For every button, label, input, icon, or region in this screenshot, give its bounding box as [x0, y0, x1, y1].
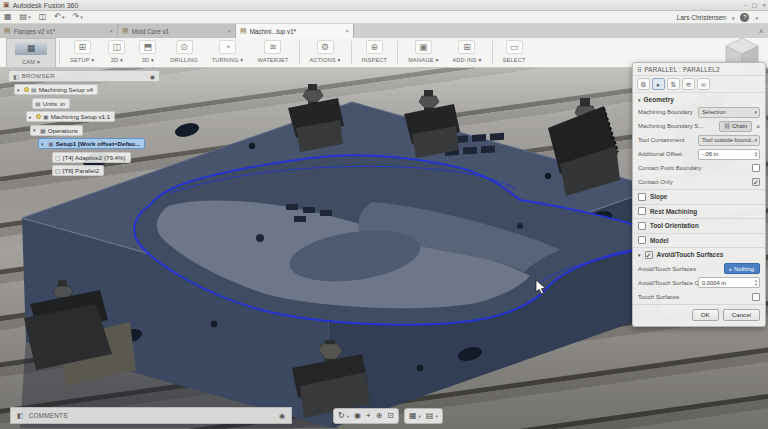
- expand-caret-icon[interactable]: ▾: [41, 141, 46, 147]
- ribbon-manage[interactable]: ▣ MANAGE ▾: [401, 38, 445, 67]
- slope-section[interactable]: Slope: [633, 189, 765, 204]
- tree-item-machining-setup-v1[interactable]: ▸ ▣ Machining Setup v1:1: [26, 111, 115, 122]
- comments-label: COMMENTS: [29, 412, 279, 419]
- chevron-down-icon[interactable]: ▾: [419, 414, 421, 419]
- tab-heights-icon[interactable]: ⇅: [667, 78, 680, 90]
- doc-icon: ▤: [4, 27, 11, 35]
- file-menu-icon[interactable]: ▤▾: [20, 11, 31, 23]
- visibility-bulb-icon[interactable]: [36, 114, 41, 119]
- expand-caret-icon[interactable]: ▸: [29, 114, 34, 120]
- field-label: Tool Containment: [638, 137, 698, 143]
- ribbon-cam[interactable]: ▦ CAM ▾: [6, 38, 56, 67]
- tab-geometry-icon[interactable]: ▸: [652, 78, 665, 90]
- expand-caret-icon[interactable]: ▾: [17, 87, 22, 93]
- help-icon[interactable]: ?: [740, 13, 749, 22]
- look-at-icon[interactable]: ◉: [354, 409, 361, 423]
- save-icon[interactable]: ◫: [39, 11, 47, 23]
- browser-filter-icon[interactable]: ◉: [150, 73, 155, 80]
- tab-close-icon[interactable]: ×: [345, 28, 349, 34]
- user-dropdown-icon[interactable]: ▾: [732, 15, 735, 21]
- spinner-control[interactable]: ▲▼: [754, 279, 758, 286]
- section-title: Rest Machining: [650, 208, 697, 215]
- comments-expand-icon[interactable]: ◉: [279, 412, 285, 420]
- app-title: Autodesk Fusion 360: [13, 2, 79, 9]
- tab-passes-icon[interactable]: ≋: [682, 78, 695, 90]
- tree-item-parallel2[interactable]: ▢ [T8] Parallel2: [52, 165, 104, 176]
- tree-item-label: Units: in: [43, 100, 65, 107]
- pan-icon[interactable]: +: [366, 409, 371, 423]
- tab-flanges[interactable]: ▤ Flanges v2 v1* ×: [0, 24, 118, 38]
- contact-only-checkbox[interactable]: ✓: [752, 178, 760, 186]
- tree-item-setup1[interactable]: ▾ ▣ Setup1 [Work offset=Defau...: [38, 138, 145, 149]
- help-dropdown-icon[interactable]: ▾: [755, 15, 758, 21]
- avoid-surfaces-selection-button[interactable]: ▸ Nothing: [724, 263, 761, 274]
- data-panel-icon[interactable]: ▦: [4, 11, 12, 23]
- display-settings-icon[interactable]: ▦: [409, 409, 417, 423]
- ribbon-turning[interactable]: ◔ TURNING ▾: [205, 38, 251, 67]
- ribbon-waterjet[interactable]: ≋ WATERJET: [250, 38, 295, 67]
- minimize-button[interactable]: –: [743, 0, 746, 10]
- chevron-down-icon[interactable]: ▾: [347, 414, 349, 419]
- tool-orientation-checkbox[interactable]: [638, 222, 646, 230]
- ribbon-setup[interactable]: ⊞ SETUP ▾: [63, 38, 101, 67]
- additional-offset-input[interactable]: -.06 in ▲▼: [698, 149, 760, 160]
- nav-group-display: ▦ ▾ ▤ ▾: [404, 408, 443, 424]
- chain-icon: ⛓: [724, 123, 730, 129]
- slope-checkbox[interactable]: [638, 193, 646, 201]
- tab-close-icon[interactable]: ×: [227, 28, 231, 34]
- ribbon-drilling[interactable]: ⊙ DRILLING: [163, 38, 204, 67]
- cancel-button[interactable]: Cancel: [723, 309, 760, 321]
- tab-machining-setup[interactable]: ▤ Machini...tup v1* ×: [236, 24, 354, 38]
- spinner-control[interactable]: ▲▼: [754, 151, 758, 158]
- tab-close-icon[interactable]: ×: [109, 28, 113, 34]
- ribbon-select[interactable]: ▭ SELECT: [496, 38, 533, 67]
- undo-icon[interactable]: ↶▾: [54, 11, 64, 23]
- fusion360-window: ▣ Autodesk Fusion 360 – ▢ × ▦ ▤▾ ◫ ↶▾ ↷▾…: [0, 0, 768, 429]
- ribbon-2d[interactable]: ◫ 2D ▾: [101, 38, 132, 67]
- ribbon-inspect[interactable]: ⊕ INSPECT: [355, 38, 395, 67]
- grid-layout-icon[interactable]: ▤: [426, 409, 434, 423]
- geometry-section-header[interactable]: ▾ Geometry: [633, 93, 765, 105]
- avoid-touch-section-header[interactable]: ▾ ✓ Avoid/Touch Surfaces: [633, 247, 765, 262]
- touch-surfaces-checkbox[interactable]: [752, 293, 760, 301]
- rest-machining-section[interactable]: Rest Machining: [633, 204, 765, 219]
- tree-item-machining-setup-v4[interactable]: ▾ ▤ Machining Setup v4: [14, 84, 98, 95]
- tree-item-label: [T8] Parallel2: [63, 167, 99, 174]
- clear-selection-icon[interactable]: ×: [756, 123, 760, 130]
- user-name[interactable]: Lars Christensen: [677, 14, 726, 21]
- ok-button[interactable]: OK: [692, 309, 719, 321]
- tab-tool-icon[interactable]: ⚙: [637, 78, 650, 90]
- tool-orientation-section[interactable]: Tool Orientation: [633, 218, 765, 233]
- tab-mold-core[interactable]: ▤ Mold Core v1 ×: [118, 24, 236, 38]
- model-section[interactable]: Model: [633, 233, 765, 248]
- operation-icon: ▢: [55, 154, 61, 161]
- ribbon-addins[interactable]: ⊞ ADD-INS ▾: [445, 38, 488, 67]
- tab-linking-icon[interactable]: ∞: [697, 78, 710, 90]
- redo-icon[interactable]: ↷▾: [72, 11, 82, 23]
- visibility-bulb-icon[interactable]: [24, 87, 29, 92]
- fit-icon[interactable]: ⊡: [387, 409, 394, 423]
- chevron-down-icon[interactable]: ▾: [435, 414, 437, 419]
- orbit-icon[interactable]: ↻: [338, 409, 345, 423]
- chain-selection-button[interactable]: ⛓ Chain: [719, 121, 752, 132]
- model-checkbox[interactable]: [638, 236, 646, 244]
- clearance-input[interactable]: 0.0004 in ▲▼: [698, 277, 760, 288]
- ribbon-actions[interactable]: ⚙ ACTIONS ▾: [303, 38, 348, 67]
- expand-caret-icon[interactable]: ▾: [33, 127, 38, 133]
- rest-machining-checkbox[interactable]: [638, 207, 646, 215]
- zoom-icon[interactable]: ⊕: [376, 409, 383, 423]
- machining-boundary-select[interactable]: Selection ▾: [698, 107, 760, 118]
- ribbon-3d[interactable]: ⬒ 3D ▾: [132, 38, 163, 67]
- tree-item-units[interactable]: ▤ Units: in: [32, 98, 70, 109]
- contact-point-checkbox[interactable]: [752, 164, 760, 172]
- maximize-button[interactable]: ▢: [752, 0, 758, 10]
- tree-item-adaptive2[interactable]: ▢ [T4] Adaptive2 (79.4%): [52, 152, 131, 163]
- viewcube-collapse-icon[interactable]: ˄: [759, 28, 763, 35]
- close-button[interactable]: ×: [762, 0, 766, 10]
- comments-bar[interactable]: ◧ COMMENTS ◉: [10, 407, 292, 424]
- tree-item-operations[interactable]: ▾ ▦ Operations: [30, 125, 83, 136]
- dialog-header[interactable]: ⠿ PARALLEL : PARALLEL2: [633, 63, 765, 76]
- avoid-touch-checkbox[interactable]: ✓: [645, 251, 653, 259]
- drag-grip-icon[interactable]: ⠿: [637, 66, 641, 73]
- tool-containment-select[interactable]: Tool outside bound... ▾: [698, 135, 760, 146]
